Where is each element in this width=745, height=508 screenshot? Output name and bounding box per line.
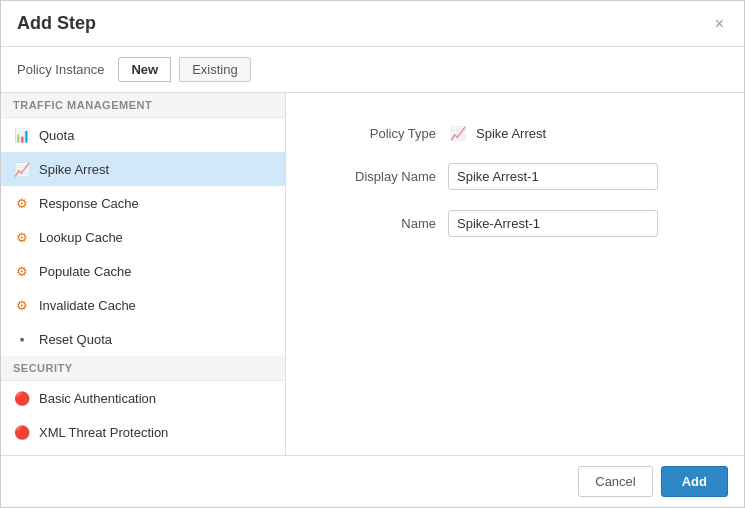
name-row: Name [326,210,704,237]
spike-arrest-label: Spike Arrest [39,162,109,177]
add-step-modal: Add Step × Policy Instance New Existing … [0,0,745,508]
tab-existing[interactable]: Existing [179,57,251,82]
policy-type-row: Policy Type 📈 Spike Arrest [326,123,704,143]
lookup-cache-icon: ⚙ [13,228,31,246]
reset-quota-label: Reset Quota [39,332,112,347]
list-item-quota[interactable]: 📊 Quota [1,118,285,152]
policy-type-icon: 📈 [448,123,468,143]
response-cache-label: Response Cache [39,196,139,211]
name-input[interactable] [448,210,658,237]
list-item-lookup-cache[interactable]: ⚙ Lookup Cache [1,220,285,254]
policy-instance-bar: Policy Instance New Existing [1,47,744,93]
cancel-button[interactable]: Cancel [578,466,652,497]
add-button[interactable]: Add [661,466,728,497]
list-item-response-cache[interactable]: ⚙ Response Cache [1,186,285,220]
xml-threat-label: XML Threat Protection [39,425,168,440]
list-item-reset-quota[interactable]: ▪ Reset Quota [1,322,285,356]
list-item-invalidate-cache[interactable]: ⚙ Invalidate Cache [1,288,285,322]
section-header-security: SECURITY [1,356,285,381]
invalidate-cache-icon: ⚙ [13,296,31,314]
right-panel: Policy Type 📈 Spike Arrest Display Name … [286,93,744,455]
populate-cache-icon: ⚙ [13,262,31,280]
policy-type-label: Policy Type [326,126,436,141]
spike-arrest-icon: 📈 [13,160,31,178]
display-name-row: Display Name [326,163,704,190]
modal-footer: Cancel Add [1,455,744,507]
modal-title: Add Step [17,13,96,34]
display-name-input[interactable] [448,163,658,190]
lookup-cache-label: Lookup Cache [39,230,123,245]
quota-label: Quota [39,128,74,143]
response-cache-icon: ⚙ [13,194,31,212]
basic-auth-icon: 🔴 [13,389,31,407]
display-name-label: Display Name [326,169,436,184]
policy-type-value-container: 📈 Spike Arrest [448,123,546,143]
close-button[interactable]: × [711,15,728,33]
list-item-xml-threat[interactable]: 🔴 XML Threat Protection [1,415,285,449]
reset-quota-icon: ▪ [13,330,31,348]
xml-threat-icon: 🔴 [13,423,31,441]
list-item-populate-cache[interactable]: ⚙ Populate Cache [1,254,285,288]
list-item-basic-auth[interactable]: 🔴 Basic Authentication [1,381,285,415]
quota-icon: 📊 [13,126,31,144]
left-panel: TRAFFIC MANAGEMENT 📊 Quota 📈 Spike Arres… [1,93,286,455]
name-label: Name [326,216,436,231]
policy-instance-label: Policy Instance [17,62,104,77]
invalidate-cache-label: Invalidate Cache [39,298,136,313]
tab-new[interactable]: New [118,57,171,82]
modal-body: TRAFFIC MANAGEMENT 📊 Quota 📈 Spike Arres… [1,93,744,455]
basic-auth-label: Basic Authentication [39,391,156,406]
list-item-spike-arrest[interactable]: 📈 Spike Arrest [1,152,285,186]
modal-header: Add Step × [1,1,744,47]
populate-cache-label: Populate Cache [39,264,132,279]
policy-type-value: Spike Arrest [476,126,546,141]
section-header-traffic: TRAFFIC MANAGEMENT [1,93,285,118]
